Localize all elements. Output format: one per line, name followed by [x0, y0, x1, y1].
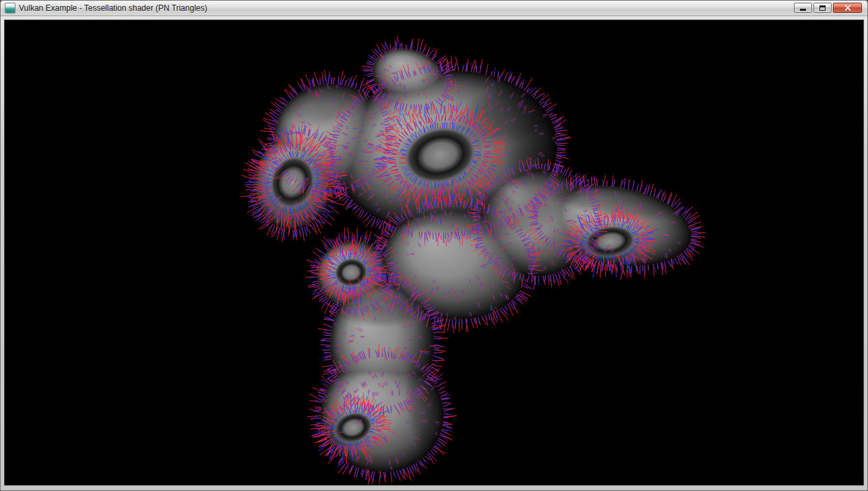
- app-icon: [5, 3, 16, 13]
- render-canvas[interactable]: [5, 20, 863, 485]
- maximize-button[interactable]: [813, 3, 832, 13]
- app-window: Vulkan Example - Tessellation shader (PN…: [0, 0, 868, 491]
- window-title: Vulkan Example - Tessellation shader (PN…: [19, 3, 207, 13]
- window-controls: [793, 3, 862, 13]
- titlebar[interactable]: Vulkan Example - Tessellation shader (PN…: [1, 1, 867, 16]
- close-button[interactable]: [833, 3, 862, 13]
- minimize-icon: [800, 9, 806, 11]
- close-icon: [844, 4, 851, 11]
- render-viewport: [4, 20, 864, 486]
- maximize-icon: [819, 5, 826, 11]
- minimize-button[interactable]: [794, 3, 812, 13]
